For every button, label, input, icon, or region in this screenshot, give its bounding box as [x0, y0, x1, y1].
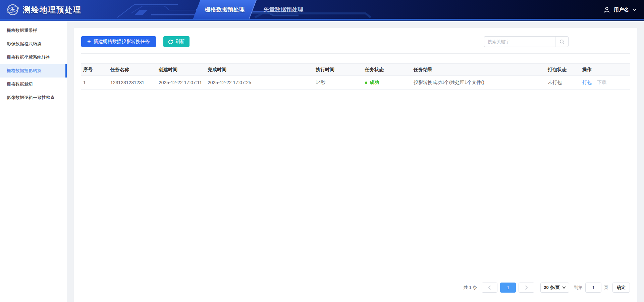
username-label: 用户名	[614, 7, 629, 13]
plus-icon: +	[87, 38, 91, 44]
package-action-link[interactable]: 打包	[582, 80, 592, 85]
cell-package-status: 未打包	[546, 76, 580, 90]
table-row: 1 1231231231231 2025-12-22 17:07:11 2025…	[81, 76, 630, 90]
cell-result: 投影转换成功1个/共处理1个文件()	[412, 76, 546, 90]
status-dot-icon	[365, 82, 367, 84]
chevron-down-icon	[632, 8, 637, 11]
goto-page-input[interactable]	[585, 283, 601, 293]
page-size-value: 20 条/页	[544, 285, 560, 291]
col-header-finished-time: 完成时间	[206, 64, 314, 76]
app-title: 测绘地理预处理	[23, 5, 82, 15]
cell-created-time: 2025-12-22 17:07:11	[157, 76, 206, 90]
goto-page-prefix: 到第	[574, 285, 583, 291]
col-header-actions: 操作	[580, 64, 630, 76]
search-group	[484, 36, 569, 47]
refresh-button-label: 刷新	[175, 39, 185, 45]
cell-task-name: 1231231231231	[108, 76, 157, 90]
col-header-status: 任务状态	[363, 64, 412, 76]
sidebar-item-image-format-convert[interactable]: 影像数据格式转换	[0, 37, 67, 51]
tab-vector-preprocess[interactable]: 矢量数据预处理	[258, 0, 309, 19]
status-text: 成功	[370, 80, 379, 86]
pagination-total: 共 1 条	[464, 285, 477, 291]
brand: 测绘地理预处理	[6, 0, 82, 19]
cell-actions: 打包 下载	[580, 76, 630, 90]
user-icon	[603, 6, 610, 13]
cell-index: 1	[81, 76, 108, 90]
refresh-button[interactable]: 刷新	[163, 36, 190, 47]
col-header-task-name: 任务名称	[108, 64, 157, 76]
user-menu[interactable]: 用户名	[603, 0, 637, 19]
search-icon	[559, 39, 565, 45]
next-page-button[interactable]	[519, 283, 534, 293]
refresh-icon	[168, 39, 173, 44]
chevron-right-icon	[525, 285, 528, 290]
toolbar-divider	[81, 53, 630, 54]
sidebar-item-raster-coordsys-convert[interactable]: 栅格数据坐标系统转换	[0, 51, 67, 64]
header-accent-line	[0, 19, 644, 20]
new-task-button[interactable]: + 新建栅格数据投影转换任务	[81, 36, 156, 47]
col-header-package-status: 打包状态	[546, 64, 580, 76]
tab-raster-preprocess[interactable]: 栅格数据预处理	[197, 0, 253, 19]
sidebar-item-raster-resample[interactable]: 栅格数据重采样	[0, 24, 67, 37]
sidebar-item-raster-clip[interactable]: 栅格数据裁切	[0, 78, 67, 91]
cell-status: 成功	[363, 76, 412, 90]
col-header-created-time: 创建时间	[157, 64, 206, 76]
download-action-link[interactable]: 下载	[597, 80, 606, 85]
page-size-select[interactable]: 20 条/页	[540, 283, 569, 293]
cell-finished-time: 2025-12-22 17:07:25	[206, 76, 314, 90]
sidebar-item-raster-projection-convert[interactable]: 栅格数据投影转换	[0, 64, 67, 78]
search-input[interactable]	[484, 36, 555, 47]
task-table: 序号 任务名称 创建时间 完成时间 执行时间 任务状态 任务结果 打包状态 操作…	[81, 63, 630, 90]
goto-confirm-button[interactable]: 确定	[612, 283, 630, 293]
col-header-duration: 执行时间	[314, 64, 363, 76]
chevron-left-icon	[488, 285, 491, 290]
col-header-result: 任务结果	[412, 64, 546, 76]
new-task-button-label: 新建栅格数据投影转换任务	[94, 39, 150, 45]
app-header: 测绘地理预处理 栅格数据预处理 矢量数据预处理 用户名	[0, 0, 644, 21]
content-card: + 新建栅格数据投影转换任务 刷新	[74, 28, 637, 302]
cell-duration: 14秒	[314, 76, 363, 90]
toolbar: + 新建栅格数据投影转换任务 刷新	[81, 36, 190, 47]
table-header-row: 序号 任务名称 创建时间 完成时间 执行时间 任务状态 任务结果 打包状态 操作	[81, 64, 630, 76]
select-chevron-down-icon	[562, 286, 566, 289]
sidebar-item-logic-consistency-check[interactable]: 影像数据逻辑一致性检查	[0, 91, 67, 104]
prev-page-button[interactable]	[482, 283, 497, 293]
search-button[interactable]	[555, 36, 569, 47]
sidebar-nav: 栅格数据重采样 影像数据格式转换 栅格数据坐标系统转换 栅格数据投影转换 栅格数…	[0, 21, 67, 302]
goto-page-suffix: 页	[604, 285, 608, 291]
pagination: 共 1 条 1 20 条/页 到第 页 确定	[464, 283, 630, 293]
app-logo-icon	[6, 3, 19, 16]
page-number-button[interactable]: 1	[500, 283, 516, 293]
app-window: 测绘地理预处理 栅格数据预处理 矢量数据预处理 用户名 栅格数据重采样 影像数据…	[0, 0, 644, 302]
col-header-index: 序号	[81, 64, 108, 76]
